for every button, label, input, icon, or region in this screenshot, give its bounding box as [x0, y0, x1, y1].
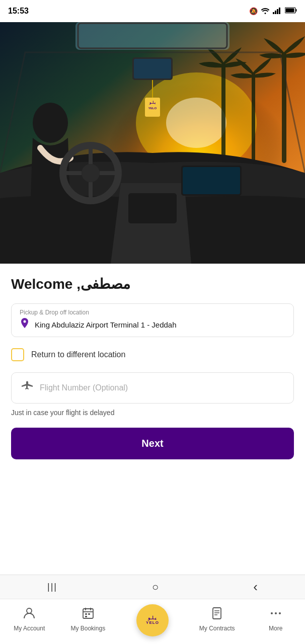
yelo-fab-text: YELO: [146, 620, 159, 625]
hero-image: يـلـو YELO: [0, 22, 305, 264]
bottom-nav: My Account My Bookings يـلـو YELO: [0, 599, 305, 644]
android-nav-bar: ||| ○ ‹: [0, 575, 305, 599]
nav-item-more[interactable]: More: [246, 607, 305, 632]
my-contracts-icon: [210, 607, 223, 623]
svg-point-32: [24, 320, 26, 323]
signal-icon: [273, 7, 282, 16]
flight-helper-text: Just in case your flight is delayed: [11, 409, 294, 417]
svg-rect-15: [134, 59, 171, 78]
airplane-icon: [20, 381, 34, 395]
yelo-fab-arabic: يـلـو: [148, 616, 157, 620]
content-area: Welcome ,مصطفى Pickup & Drop off locatio…: [0, 264, 305, 459]
svg-point-46: [275, 612, 277, 614]
status-time: 15:53: [8, 7, 29, 16]
svg-rect-40: [85, 616, 87, 617]
svg-rect-29: [128, 193, 177, 223]
more-icon: [269, 607, 282, 623]
svg-rect-27: [75, 22, 230, 50]
battery-icon: [285, 7, 297, 15]
nav-item-my-account[interactable]: My Account: [0, 607, 59, 632]
svg-rect-6: [286, 9, 294, 13]
svg-rect-11: [221, 62, 225, 163]
welcome-label: Welcome ,: [11, 276, 81, 292]
my-bookings-label: My Bookings: [70, 625, 105, 632]
return-checkbox[interactable]: [11, 348, 24, 361]
svg-rect-2: [277, 9, 278, 14]
svg-point-10: [166, 98, 226, 148]
location-label: Pickup & Drop off location: [20, 309, 285, 316]
my-account-label: My Account: [14, 625, 45, 632]
status-bar: 15:53 🔕: [0, 0, 305, 22]
return-location-checkbox-row[interactable]: Return to different location: [11, 346, 294, 363]
android-menu-button[interactable]: |||: [43, 578, 61, 596]
svg-point-33: [27, 608, 32, 613]
status-icons: 🔕: [249, 7, 297, 16]
svg-rect-5: [296, 9, 297, 12]
svg-rect-0: [273, 12, 274, 14]
main-content: يـلـو YELO: [0, 22, 305, 540]
my-bookings-icon: [82, 607, 95, 623]
nav-item-my-bookings[interactable]: My Bookings: [59, 607, 118, 632]
svg-rect-12: [252, 72, 255, 163]
silent-icon: 🔕: [249, 7, 258, 15]
android-home-button[interactable]: ○: [148, 577, 163, 598]
svg-rect-41: [213, 608, 221, 619]
svg-rect-31: [183, 167, 240, 194]
svg-rect-38: [85, 613, 87, 615]
welcome-heading: Welcome ,مصطفى: [11, 276, 294, 292]
svg-text:YELO: YELO: [148, 107, 157, 110]
nav-item-my-contracts[interactable]: My Contracts: [188, 607, 247, 632]
svg-point-45: [271, 612, 273, 614]
flight-number-input[interactable]: Flight Number (Optional): [11, 372, 294, 404]
my-contracts-label: My Contracts: [199, 625, 235, 632]
svg-rect-34: [83, 609, 93, 618]
svg-point-47: [279, 612, 281, 614]
android-back-button[interactable]: ‹: [249, 575, 262, 599]
svg-text:يـلـو: يـلـو: [149, 101, 156, 105]
more-label: More: [269, 625, 282, 632]
svg-rect-3: [279, 8, 280, 14]
location-input-group[interactable]: Pickup & Drop off location King Abdulazi…: [11, 303, 294, 337]
yelo-fab-button[interactable]: يـلـو YELO: [136, 604, 169, 636]
flight-placeholder: Flight Number (Optional): [40, 383, 128, 392]
svg-rect-1: [275, 11, 276, 14]
svg-point-22: [82, 164, 100, 182]
svg-point-20: [33, 103, 68, 143]
location-pin-icon: [20, 318, 30, 332]
return-checkbox-label: Return to different location: [31, 350, 125, 359]
svg-rect-39: [88, 613, 90, 615]
location-value-row: King Abdulaziz Airport Terminal 1 - Jedd…: [20, 318, 285, 332]
my-account-icon: [23, 607, 36, 623]
next-button[interactable]: Next: [11, 428, 294, 459]
welcome-name: مصطفى: [81, 276, 130, 292]
location-value: King Abdulaziz Airport Terminal 1 - Jedd…: [35, 320, 177, 329]
wifi-icon: [261, 7, 270, 16]
